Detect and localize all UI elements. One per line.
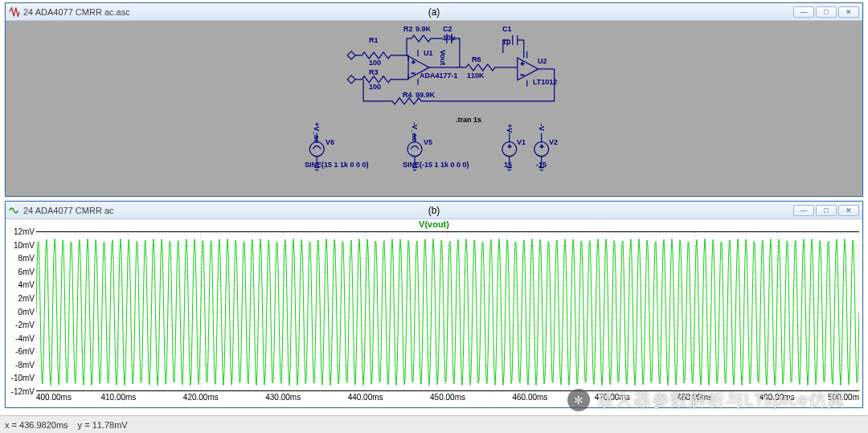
y-tick: -10mV	[11, 374, 35, 382]
label-v5-val: SINE(-15 1 1k 0 0 0)	[403, 161, 469, 169]
close-button[interactable]: ✕	[838, 205, 859, 216]
y-axis: 12mV10mV8mV6mV4mV2mV0mV-2mV-4mV-6mV-8mV-…	[6, 231, 36, 391]
svg-point-5	[407, 142, 422, 157]
app-icon	[9, 6, 20, 18]
label-v2-val: -15	[536, 161, 547, 169]
x-tick: 500.00m	[828, 393, 859, 402]
label-r3-name: R3	[369, 69, 379, 76]
x-tick: 450.00ms	[430, 393, 465, 402]
maximize-button[interactable]: □	[816, 205, 837, 216]
y-tick: 8mV	[18, 254, 35, 263]
label-r6-val: 110K	[467, 72, 485, 80]
label-v1-name: V1	[517, 139, 526, 146]
svg-text:+: +	[521, 60, 525, 67]
label-r1-name: R1	[369, 37, 379, 44]
waveform-canvas	[36, 232, 859, 392]
svg-point-4	[309, 142, 324, 157]
svg-text:−: −	[521, 71, 525, 79]
label-u1-name: U1	[424, 50, 433, 57]
y-tick: 12mV	[14, 227, 35, 236]
svg-text:+: +	[411, 59, 416, 66]
y-tick: 4mV	[18, 280, 35, 289]
window-controls-wave: — □ ✕	[793, 205, 859, 216]
label-u2-name: U2	[538, 58, 547, 65]
schematic-title: 24 ADA4077 CMRR ac.asc	[23, 7, 130, 17]
label-c1-name: C1	[502, 26, 512, 33]
label-c2-val: 10μ	[443, 35, 456, 42]
status-bar: x = 436.9820ms y = 11.78mV	[0, 415, 868, 433]
x-tick: 440.00ms	[348, 393, 383, 402]
label-v6-name: V6	[326, 139, 334, 146]
cursor-x: x = 436.9820ms	[5, 420, 68, 430]
schematic-window: 24 ADA4077 CMRR ac.asc (a) — □ ✕	[5, 2, 863, 197]
label-u1-model: ADA4177-1	[420, 72, 458, 80]
label-c1-val: 1μ	[502, 39, 511, 46]
rail-vpos: +V	[506, 124, 513, 133]
panel-label-a: (a)	[428, 6, 440, 18]
x-tick: 410.00ms	[100, 393, 136, 402]
y-tick: 6mV	[18, 267, 35, 276]
label-c2-name: C2	[443, 26, 452, 33]
waveform-title: 24 ADA4077 CMRR ac	[23, 206, 114, 215]
maximize-button[interactable]: □	[816, 6, 837, 18]
y-tick: 2mV	[18, 293, 35, 302]
y-tick: -2mV	[15, 321, 35, 329]
rail-vpos-ac: +V_ac	[313, 122, 320, 143]
label-v6-val: SINE(15 1 1k 0 0 0)	[305, 161, 369, 169]
label-v2-name: V2	[549, 139, 558, 146]
close-button[interactable]: ✕	[838, 6, 859, 18]
label-r1-val: 100	[369, 59, 381, 67]
label-r6-name: R6	[472, 56, 481, 63]
label-r3-val: 100	[369, 84, 381, 91]
wave-app-icon	[9, 205, 20, 216]
svg-text:−: −	[411, 70, 416, 77]
x-axis: 400.00ms410.00ms420.00ms430.00ms440.00ms…	[36, 391, 859, 407]
x-tick: 430.00ms	[265, 393, 301, 402]
y-tick: -4mV	[15, 333, 35, 342]
net-vout: Vout	[439, 50, 446, 65]
x-tick: 460.00ms	[512, 393, 547, 402]
label-r4-val: 99.9K	[416, 92, 435, 99]
x-tick: 490.00ms	[760, 393, 795, 402]
label-v1-val: 15	[504, 161, 512, 169]
spice-directive: .tran 1s	[456, 116, 481, 124]
waveform-area[interactable]: V(vout) 12mV10mV8mV6mV4mV2mV0mV-2mV-4mV-…	[6, 219, 862, 407]
window-controls: — □ ✕	[793, 6, 859, 18]
trace-label[interactable]: V(vout)	[6, 219, 862, 231]
label-r4-name: R4	[403, 92, 412, 99]
x-tick: 420.00ms	[183, 393, 219, 402]
cursor-y: y = 11.78mV	[78, 420, 128, 430]
x-tick: 470.00ms	[595, 393, 630, 402]
y-tick: 10mV	[14, 240, 35, 249]
y-tick: 0mV	[18, 307, 35, 316]
label-r2-val: 9.9K	[416, 26, 431, 33]
label-u2-model: LT1012	[533, 79, 557, 86]
panel-label-b: (b)	[428, 205, 440, 216]
minimize-button[interactable]: —	[793, 6, 814, 18]
svg-text:+: +	[508, 143, 512, 150]
minimize-button[interactable]: —	[793, 205, 814, 216]
label-r2-name: R2	[403, 26, 413, 33]
schematic-canvas[interactable]: + − + −	[6, 21, 862, 196]
y-tick: -8mV	[15, 360, 35, 369]
rail-vneg-ac: -V_ac	[411, 122, 418, 141]
svg-text:+: +	[540, 143, 544, 150]
waveform-titlebar[interactable]: 24 ADA4077 CMRR ac (b) — □ ✕	[6, 202, 862, 219]
x-tick: 480.00ms	[677, 393, 712, 402]
y-tick: -6mV	[15, 347, 35, 356]
schematic-drawing: + − + −	[6, 21, 862, 196]
plot-region[interactable]	[36, 231, 859, 391]
schematic-titlebar[interactable]: 24 ADA4077 CMRR ac.asc (a) — □ ✕	[6, 3, 862, 21]
y-tick: -12mV	[11, 387, 35, 396]
label-v5-name: V5	[424, 139, 432, 146]
rail-vneg: -V	[538, 124, 545, 131]
x-tick: 400.00ms	[36, 393, 72, 402]
waveform-window: 24 ADA4077 CMRR ac (b) — □ ✕ V(vout) 12m…	[5, 201, 863, 408]
